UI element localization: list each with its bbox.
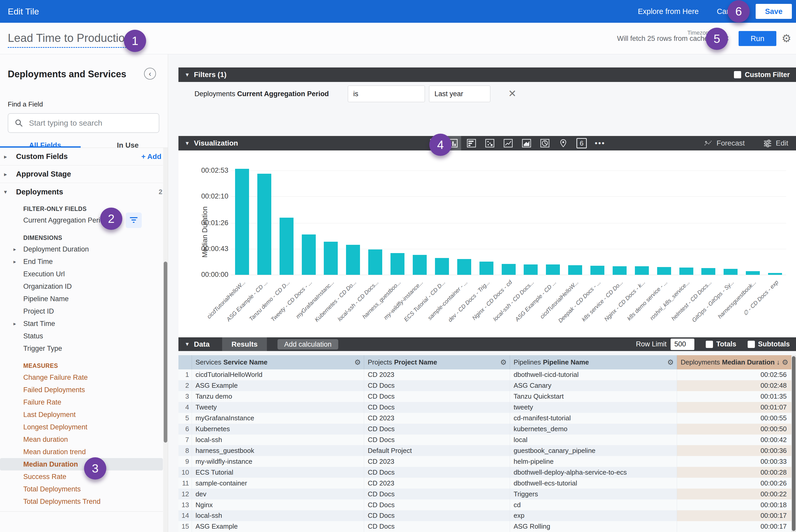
expand-caret-icon[interactable]: ▾ bbox=[4, 189, 7, 195]
bar-sample-container[interactable] bbox=[457, 259, 471, 275]
table-row[interactable]: 5myGrafanaInstanceCD 2023cd-manifest-tut… bbox=[179, 413, 791, 424]
sidebar-field-current-aggregation-period[interactable]: Current Aggregation Period bbox=[0, 214, 163, 226]
sidebar-field-failure-rate[interactable]: Failure Rate bbox=[0, 396, 163, 408]
subtotals-checkbox[interactable] bbox=[748, 341, 755, 348]
table-row[interactable]: 14local-sshCD Docsexp00:00:17 bbox=[179, 510, 791, 521]
bar-harness-guestboo[interactable] bbox=[390, 253, 405, 275]
table-row[interactable]: 7local-sshCD Docslocal00:00:42 bbox=[179, 435, 791, 445]
collapse-visualization-icon[interactable]: ▼ bbox=[185, 140, 190, 146]
sidebar-field-end-time[interactable]: ▸End Time bbox=[0, 255, 163, 268]
bar-deepak-cd-docs[interactable] bbox=[590, 266, 604, 275]
bar-tweety-cd-docs[interactable] bbox=[302, 234, 316, 275]
sidebar-section-custom-fields[interactable]: ▸Custom Fields+ Add bbox=[0, 148, 163, 166]
table-scrollbar[interactable] bbox=[791, 355, 796, 532]
sidebar-field-median-duration[interactable]: Median Duration bbox=[0, 458, 163, 471]
sidebar-section-approval-stage[interactable]: ▸Approval Stage bbox=[0, 166, 163, 183]
edit-visualization-button[interactable]: Edit bbox=[763, 139, 788, 147]
bar-cd-docs-exp[interactable] bbox=[768, 273, 782, 275]
bar-cicdtutorialhellow[interactable] bbox=[568, 265, 582, 275]
bar-kubernetes-cd-do[interactable] bbox=[346, 245, 360, 275]
filter-operator-select[interactable]: is bbox=[348, 86, 425, 102]
filters-section-bar[interactable]: ▼ Filters (1) Custom Filter bbox=[179, 68, 796, 82]
table-row[interactable]: 11sample-containerCD 2023dbothwell-ecs-t… bbox=[179, 478, 791, 489]
column-gear-icon[interactable]: ⚙ bbox=[354, 358, 361, 366]
sidebar-field-organization-id[interactable]: Organization ID bbox=[0, 280, 163, 292]
custom-filter-checkbox[interactable] bbox=[734, 71, 741, 78]
bar-my-wildfly-instance[interactable] bbox=[413, 255, 427, 275]
expand-caret-icon[interactable]: ▸ bbox=[4, 171, 7, 177]
pie-chart-icon[interactable] bbox=[537, 136, 553, 150]
table-row[interactable]: 8harness_guestbookDefault Projectguestbo… bbox=[179, 445, 791, 456]
collapse-sidebar-icon[interactable]: ‹ bbox=[144, 68, 156, 80]
bar-helmtest-cd-docs[interactable] bbox=[701, 268, 715, 275]
sidebar-field-mean-duration[interactable]: Mean duration bbox=[0, 433, 163, 446]
explore-from-here-link[interactable]: Explore from Here bbox=[638, 7, 699, 16]
bar-local-ssh-cd-docs[interactable] bbox=[524, 264, 538, 275]
table-row[interactable]: 10ECS TutorialCD Docsdbothwell-deploy-al… bbox=[179, 467, 791, 478]
bar-asg-example-cd[interactable] bbox=[546, 264, 560, 275]
expand-caret-icon[interactable]: ▸ bbox=[14, 259, 16, 265]
sidebar-field-trigger-type[interactable]: Trigger Type bbox=[0, 342, 163, 355]
bar-asg-example-cd[interactable] bbox=[257, 174, 271, 275]
bar-mygrafanainstanc[interactable] bbox=[324, 242, 338, 275]
table-row[interactable]: 1cicdTutorialHelloWorldCD 2023dbothwell-… bbox=[179, 369, 791, 380]
sidebar-field-last-deployment[interactable]: Last Deployment bbox=[0, 408, 163, 421]
results-tab[interactable]: Results bbox=[222, 337, 267, 351]
sidebar-field-project-id[interactable]: Project ID bbox=[0, 305, 163, 318]
column-gear-icon[interactable]: ⚙ bbox=[667, 358, 674, 366]
sidebar-field-success-rate[interactable]: Success Rate bbox=[0, 471, 163, 483]
table-row[interactable]: 4TweetyCD Docstweety00:01:07 bbox=[179, 402, 791, 413]
visualization-section-bar[interactable]: ▼ Visualization 6 ••• Forecast Edit bbox=[179, 136, 796, 150]
expand-caret-icon[interactable]: ▸ bbox=[14, 246, 16, 252]
table-row[interactable]: 13NginxCD Docscd00:00:18 bbox=[179, 499, 791, 510]
remove-filter-icon[interactable]: ✕ bbox=[508, 88, 516, 99]
sidebar-field-change-failure-rate[interactable]: Change Failure Rate bbox=[0, 371, 163, 384]
collapse-filters-icon[interactable]: ▼ bbox=[185, 72, 190, 78]
sidebar-field-longest-deployment[interactable]: Longest Deployment bbox=[0, 421, 163, 433]
more-viz-types-icon[interactable]: ••• bbox=[592, 136, 608, 150]
table-row[interactable]: 3Tanzu demoCD DocsTanzu Quickstart00:01:… bbox=[179, 391, 791, 402]
bar-nginx-cd-docs-k[interactable] bbox=[635, 266, 649, 275]
save-button[interactable]: Save bbox=[756, 4, 792, 19]
bar-roshni-k8s-service[interactable] bbox=[679, 268, 693, 275]
sidebar-field-total-deployments-trend[interactable]: Total Deployments Trend bbox=[0, 495, 163, 508]
sidebar-scrollbar[interactable] bbox=[163, 148, 168, 532]
bar-k8s-service-cd-do[interactable] bbox=[613, 266, 627, 275]
sidebar-field-status[interactable]: Status bbox=[0, 330, 163, 342]
table-scrollbar-thumb[interactable] bbox=[792, 356, 795, 531]
sidebar-section-deployments[interactable]: ▾Deployments2 bbox=[0, 183, 163, 201]
line-chart-icon[interactable] bbox=[500, 136, 516, 150]
scatter-plot-icon[interactable] bbox=[482, 136, 498, 150]
tile-title-input[interactable]: Lead Time to Production bbox=[8, 32, 131, 48]
totals-toggle[interactable]: Totals bbox=[706, 340, 736, 348]
map-pin-icon[interactable] bbox=[555, 136, 571, 150]
row-limit-input[interactable]: 500 bbox=[670, 339, 695, 350]
table-row[interactable]: 12devCD DocsTriggers00:00:22 bbox=[179, 489, 791, 499]
column-gear-icon[interactable]: ⚙ bbox=[500, 358, 506, 366]
sidebar-field-start-time[interactable]: ▸Start Time bbox=[0, 318, 163, 330]
sidebar-field-failed-deployments[interactable]: Failed Deployments bbox=[0, 384, 163, 396]
filter-value-input[interactable]: Last year bbox=[429, 86, 490, 102]
column-header-median-duration[interactable]: DeploymentsMedian Duration ↓⚙ bbox=[677, 355, 791, 369]
field-search-input[interactable]: Start typing to search bbox=[8, 113, 159, 133]
bar-local-ssh-cd-docs[interactable] bbox=[368, 249, 382, 275]
column-gear-icon[interactable]: ⚙ bbox=[782, 358, 788, 366]
forecast-button[interactable]: Forecast bbox=[704, 139, 745, 147]
bar-cicdtutorialhellow[interactable] bbox=[235, 169, 249, 275]
bar-chart-icon[interactable] bbox=[463, 136, 479, 150]
column-header-pipeline-name[interactable]: PipelinesPipeline Name⚙ bbox=[510, 355, 677, 369]
table-row[interactable]: 6KubernetesCD Docskubernetes_demo00:00:5… bbox=[179, 424, 791, 435]
filter-by-field-icon[interactable] bbox=[126, 212, 142, 228]
sidebar-field-execution-url[interactable]: Execution Url bbox=[0, 268, 163, 280]
bar-dev-cd-docs-trig[interactable] bbox=[479, 262, 494, 275]
bar-tanzu-demo-cd-d[interactable] bbox=[280, 218, 294, 275]
bar-nginx-cd-docs-cd[interactable] bbox=[502, 264, 516, 275]
bar-gitops-gitops-sy[interactable] bbox=[724, 269, 738, 275]
table-row[interactable]: 15ASG ExampleCD DocsASG Rolling00:00:17 bbox=[179, 521, 791, 532]
subtotals-toggle[interactable]: Subtotals bbox=[748, 340, 790, 348]
add-calculation-button[interactable]: Add calculation bbox=[277, 339, 338, 349]
add-custom-field-button[interactable]: + Add bbox=[141, 153, 161, 161]
collapse-data-icon[interactable]: ▼ bbox=[185, 341, 190, 347]
sidebar-field-total-deployments[interactable]: Total Deployments bbox=[0, 483, 163, 495]
bar-harnessguestbook[interactable] bbox=[746, 271, 760, 275]
